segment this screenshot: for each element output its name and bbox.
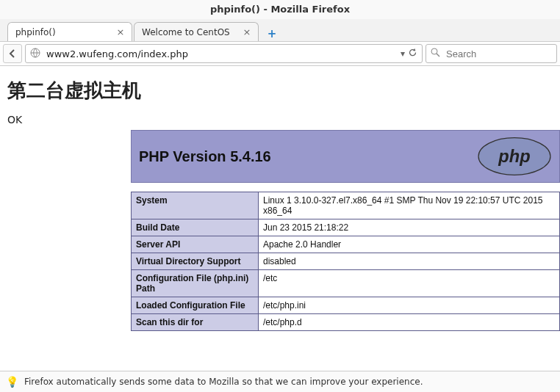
tab-label: Welcome to CentOS <box>142 27 242 37</box>
info-value: /etc/php.d <box>259 314 560 331</box>
info-key: Server API <box>132 236 259 253</box>
svg-text:php: php <box>498 147 530 166</box>
table-row: Configuration File (php.ini) Path/etc <box>132 270 560 297</box>
new-tab-button[interactable]: + <box>265 26 279 41</box>
tab-centos[interactable]: Welcome to CentOS × <box>134 22 259 41</box>
globe-icon <box>30 48 40 60</box>
page-heading: 第二台虚拟主机 <box>7 78 553 104</box>
phpinfo-section: PHP Version 5.4.16 php SystemLinux 1 3.1… <box>131 130 560 331</box>
page-content: 第二台虚拟主机 OK PHP Version 5.4.16 php System… <box>0 66 560 338</box>
arrow-left-icon <box>7 48 18 59</box>
info-key: Configuration File (php.ini) Path <box>132 270 259 297</box>
back-button[interactable] <box>3 44 22 63</box>
window-title: phpinfo() - Mozilla Firefox <box>0 0 560 19</box>
search-icon <box>431 48 440 59</box>
phpinfo-table: SystemLinux 1 3.10.0-327.el7.x86_64 #1 S… <box>131 192 560 331</box>
ok-text: OK <box>7 114 553 126</box>
svg-line-2 <box>437 54 439 57</box>
info-value: /etc <box>259 270 560 297</box>
table-row: Scan this dir for/etc/php.d <box>132 314 560 331</box>
tab-phpinfo[interactable]: phpinfo() × <box>7 22 132 41</box>
php-version-label: PHP Version 5.4.16 <box>139 148 271 165</box>
tab-strip: phpinfo() × Welcome to CentOS × + <box>0 19 560 42</box>
url-input[interactable] <box>45 48 396 60</box>
lightbulb-icon: 💡 <box>6 376 18 388</box>
info-key: System <box>132 192 259 219</box>
tab-label: phpinfo() <box>15 27 115 37</box>
search-bar[interactable] <box>426 44 557 63</box>
url-bar[interactable]: ▾ <box>25 44 423 63</box>
info-value: Linux 1 3.10.0-327.el7.x86_64 #1 SMP Thu… <box>259 192 560 219</box>
search-input[interactable] <box>445 48 560 60</box>
close-icon[interactable]: × <box>242 26 252 37</box>
info-value: disabled <box>259 253 560 270</box>
info-value: /etc/php.ini <box>259 297 560 314</box>
phpinfo-header: PHP Version 5.4.16 php <box>131 130 560 183</box>
reload-icon[interactable] <box>408 48 417 59</box>
nav-toolbar: ▾ <box>0 42 560 66</box>
status-message: Firefox automatically sends some data to… <box>24 377 423 387</box>
info-key: Build Date <box>132 219 259 236</box>
dropdown-icon[interactable]: ▾ <box>401 48 405 59</box>
table-row: SystemLinux 1 3.10.0-327.el7.x86_64 #1 S… <box>132 192 560 219</box>
php-logo-icon: php <box>477 137 552 176</box>
svg-point-1 <box>431 48 437 54</box>
table-row: Build DateJun 23 2015 21:18:22 <box>132 219 560 236</box>
table-row: Server APIApache 2.0 Handler <box>132 236 560 253</box>
table-row: Virtual Directory Supportdisabled <box>132 253 560 270</box>
table-row: Loaded Configuration File/etc/php.ini <box>132 297 560 314</box>
info-key: Virtual Directory Support <box>132 253 259 270</box>
plus-icon: + <box>268 27 277 40</box>
info-key: Loaded Configuration File <box>132 297 259 314</box>
close-icon[interactable]: × <box>115 26 126 37</box>
info-value: Apache 2.0 Handler <box>259 236 560 253</box>
status-bar: 💡 Firefox automatically sends some data … <box>0 371 560 392</box>
info-value: Jun 23 2015 21:18:22 <box>259 219 560 236</box>
info-key: Scan this dir for <box>132 314 259 331</box>
